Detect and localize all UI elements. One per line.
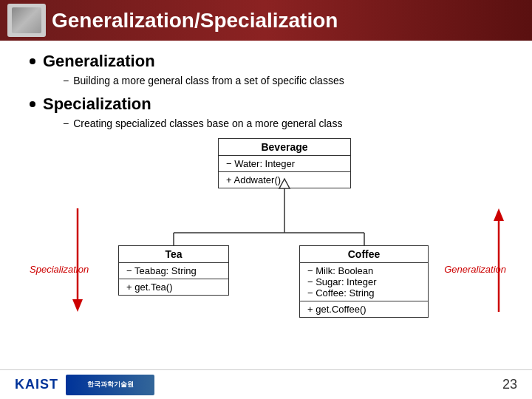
footer-logo-text: 한국과학기술원 bbox=[87, 380, 134, 389]
specialization-section: Specialization − Creating specialized cl… bbox=[22, 95, 510, 132]
coffee-box: Coffee − Milk: Boolean − Sugar: Integer … bbox=[299, 245, 429, 318]
header-logo bbox=[7, 4, 46, 37]
generalization-section: Generalization − Building a more general… bbox=[22, 52, 510, 89]
coffee-methods: + get.Coffee() bbox=[300, 301, 428, 317]
tea-attributes: − Teabag: String bbox=[119, 263, 228, 279]
tea-methods: + get.Tea() bbox=[119, 279, 228, 295]
coffee-attr2: − Sugar: Integer bbox=[307, 276, 420, 287]
slide-title: Generalization/Specialization bbox=[52, 9, 338, 33]
page-number: 23 bbox=[502, 377, 517, 392]
bullet-dot-2 bbox=[30, 101, 35, 107]
coffee-attr3: − Coffee: String bbox=[307, 287, 420, 299]
beverage-methods: + Addwater() bbox=[219, 172, 350, 188]
specialization-label: Specialization bbox=[43, 95, 151, 114]
generalization-label: Generalization bbox=[43, 52, 155, 71]
tea-box: Tea − Teabag: String + get.Tea() bbox=[118, 245, 229, 296]
coffee-attributes: − Milk: Boolean − Sugar: Integer − Coffe… bbox=[300, 263, 428, 301]
svg-marker-6 bbox=[72, 299, 83, 312]
kaist-logo: KAIST bbox=[15, 377, 58, 392]
main-content: Generalization − Building a more general… bbox=[0, 41, 532, 349]
generalization-desc: Building a more general class from a set… bbox=[73, 74, 344, 89]
slide-footer: KAIST 한국과학기술원 23 bbox=[0, 369, 532, 399]
specialization-sub: − Creating specialized classes base on a… bbox=[63, 117, 510, 132]
specialization-arrow-label: Specialization bbox=[30, 264, 89, 275]
dash-2: − bbox=[63, 117, 69, 132]
coffee-attr1: − Milk: Boolean bbox=[307, 265, 420, 276]
specialization-desc: Creating specialized classes base on a m… bbox=[73, 117, 342, 132]
bullet-specialization: Specialization bbox=[22, 95, 510, 114]
beverage-attributes: − Water: Integer bbox=[219, 156, 350, 172]
bullet-generalization: Generalization bbox=[22, 52, 510, 71]
beverage-box: Beverage − Water: Integer + Addwater() bbox=[218, 138, 351, 188]
coffee-title: Coffee bbox=[300, 246, 428, 263]
footer-logos: KAIST 한국과학기술원 bbox=[15, 375, 154, 395]
footer-logo-img: 한국과학기술원 bbox=[66, 375, 154, 395]
generalization-arrow-label: Generalization bbox=[444, 264, 506, 275]
generalization-sub: − Building a more general class from a s… bbox=[63, 74, 510, 89]
bullet-dot-1 bbox=[30, 58, 35, 64]
dash-1: − bbox=[63, 74, 69, 89]
tea-title: Tea bbox=[119, 246, 228, 263]
uml-diagram: Beverage − Water: Integer + Addwater() T… bbox=[22, 138, 510, 338]
beverage-title: Beverage bbox=[219, 139, 350, 156]
svg-marker-8 bbox=[494, 208, 504, 221]
slide-header: Generalization/Specialization bbox=[0, 0, 532, 41]
